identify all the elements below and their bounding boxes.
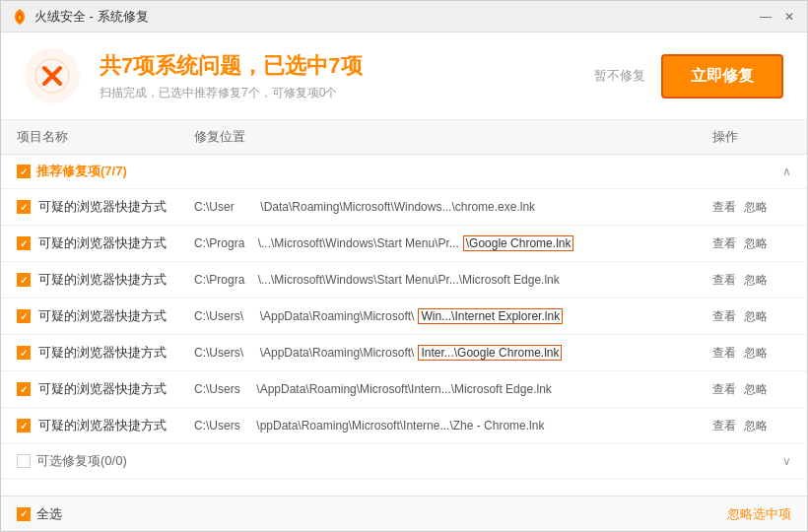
row-3-name: ✓ 可疑的浏览器快捷方式	[17, 271, 194, 289]
row-3-label: 可疑的浏览器快捷方式	[38, 271, 167, 289]
row-5-label: 可疑的浏览器快捷方式	[38, 344, 167, 362]
table-row: ✓ 可疑的浏览器快捷方式 C:\Progra \...\Microsoft\Wi…	[1, 226, 807, 262]
row-2-path: C:\Progra \...\Microsoft\Windows\Start M…	[194, 235, 712, 251]
row-3-checkbox[interactable]: ✓	[17, 273, 31, 287]
table-body: ✓ 推荐修复项(7/7) ∧ ✓ 可疑的浏览器快捷方式 C:\User \Dat…	[1, 155, 807, 496]
row-7-actions: 查看 忽略	[712, 418, 791, 434]
row-1-actions: 查看 忽略	[712, 199, 791, 216]
row-6-skip[interactable]: 忽略	[744, 381, 768, 398]
table-row: ✓ 可疑的浏览器快捷方式 C:\Progra \...\Microsoft\Wi…	[1, 262, 807, 299]
row-1-checkbox[interactable]: ✓	[17, 200, 31, 214]
title-suffix: 项	[341, 53, 363, 78]
row-4-path: C:\Users\ \AppData\Roaming\Microsoft\Win…	[194, 308, 712, 324]
row-2-skip[interactable]: 忽略	[744, 235, 768, 252]
header-subtitle: 扫描完成，已选中推荐修复7个，可修复项0个	[100, 85, 574, 101]
group-checkbox[interactable]: ✓	[17, 165, 31, 178]
row-4-view[interactable]: 查看	[712, 308, 736, 325]
col-path-header: 修复位置	[194, 128, 712, 146]
row-4-name: ✓ 可疑的浏览器快捷方式	[17, 307, 194, 325]
row-7-skip[interactable]: 忽略	[744, 418, 768, 434]
row-5-skip[interactable]: 忽略	[744, 345, 768, 362]
row-5-name: ✓ 可疑的浏览器快捷方式	[17, 344, 194, 362]
optional-group-expand-icon[interactable]: ∨	[782, 454, 791, 468]
optional-group-label: 可选修复项(0/0)	[36, 452, 127, 470]
table-row: ✓ 可疑的浏览器快捷方式 C:\User \Data\Roaming\Micro…	[1, 189, 807, 226]
select-all-label: 全选	[36, 505, 62, 523]
header: 共7项系统问题，已选中7项 扫描完成，已选中推荐修复7个，可修复项0个 暂不修复…	[1, 33, 807, 120]
ignore-selected-button[interactable]: 忽略选中项	[727, 505, 791, 523]
row-6-label: 可疑的浏览器快捷方式	[38, 380, 167, 398]
row-1-label: 可疑的浏览器快捷方式	[38, 198, 167, 216]
row-3-skip[interactable]: 忽略	[744, 272, 768, 289]
row-2-path-pre: C:\Progra \...\Microsoft\Windows\Start M…	[194, 236, 459, 250]
select-all-area[interactable]: ✓ 全选	[17, 505, 62, 523]
row-4-checkbox[interactable]: ✓	[17, 309, 31, 323]
row-3-actions: 查看 忽略	[712, 272, 791, 289]
row-5-checkbox[interactable]: ✓	[17, 346, 31, 360]
table-row: ✓ 可疑的浏览器快捷方式 C:\Users \AppData\Roaming\M…	[1, 371, 807, 408]
header-info: 共7项系统问题，已选中7项 扫描完成，已选中推荐修复7个，可修复项0个	[100, 51, 574, 101]
fix-button[interactable]: 立即修复	[661, 54, 783, 99]
window-controls: — ✕	[758, 9, 797, 25]
row-2-name: ✓ 可疑的浏览器快捷方式	[17, 234, 194, 252]
row-3-view[interactable]: 查看	[712, 272, 736, 289]
row-4-path-highlight: Win...\Internet Explorer.lnk	[418, 308, 563, 324]
row-7-name: ✓ 可疑的浏览器快捷方式	[17, 417, 194, 434]
col-name-header: 项目名称	[17, 128, 194, 146]
table-header: 项目名称 修复位置 操作	[1, 120, 807, 155]
title-bar: 火绒安全 - 系统修复 — ✕	[1, 1, 807, 33]
col-action-header: 操作	[712, 128, 791, 146]
title-mid: 项系统问题，已选中	[133, 53, 328, 78]
row-6-name: ✓ 可疑的浏览器快捷方式	[17, 380, 194, 398]
row-1-name: ✓ 可疑的浏览器快捷方式	[17, 198, 194, 216]
row-6-checkbox[interactable]: ✓	[17, 382, 31, 396]
row-7-path-pre: C:\Users \ppData\Roaming\Microsoft\Inter…	[194, 419, 544, 432]
recommended-group-header[interactable]: ✓ 推荐修复项(7/7) ∧	[1, 155, 807, 189]
row-5-actions: 查看 忽略	[712, 345, 791, 362]
skip-button[interactable]: 暂不修复	[594, 67, 645, 85]
row-6-actions: 查看 忽略	[712, 381, 791, 398]
header-actions: 暂不修复 立即修复	[594, 54, 783, 99]
group-collapse-icon[interactable]: ∧	[782, 165, 791, 178]
table-row: ✓ 可疑的浏览器快捷方式 C:\Users \ppData\Roaming\Mi…	[1, 408, 807, 444]
select-all-checkbox[interactable]: ✓	[17, 507, 31, 521]
main-window: 火绒安全 - 系统修复 — ✕ 共7项系统问题，已选中7项 扫描完成，已选中推荐…	[0, 0, 808, 532]
row-1-view[interactable]: 查看	[712, 199, 736, 216]
row-3-path-pre: C:\Progra \...\Microsoft\Windows\Start M…	[194, 273, 560, 287]
recommended-group-label: 推荐修复项(7/7)	[36, 163, 127, 180]
row-7-path: C:\Users \ppData\Roaming\Microsoft\Inter…	[194, 419, 712, 432]
table-row: ✓ 可疑的浏览器快捷方式 C:\Users\ \AppData\Roaming\…	[1, 335, 807, 371]
row-3-path: C:\Progra \...\Microsoft\Windows\Start M…	[194, 273, 712, 287]
row-7-label: 可疑的浏览器快捷方式	[38, 417, 167, 434]
row-2-checkbox[interactable]: ✓	[17, 236, 31, 250]
optional-group-header[interactable]: 可选修复项(0/0) ∨	[1, 444, 807, 479]
row-4-label: 可疑的浏览器快捷方式	[38, 307, 167, 325]
optional-group-checkbox[interactable]	[17, 454, 31, 468]
row-2-path-highlight: \Google Chrome.lnk	[463, 235, 574, 251]
row-6-view[interactable]: 查看	[712, 381, 736, 398]
row-7-view[interactable]: 查看	[712, 418, 736, 434]
row-4-skip[interactable]: 忽略	[744, 308, 768, 325]
window-title: 火绒安全 - 系统修复	[34, 8, 758, 26]
row-5-view[interactable]: 查看	[712, 345, 736, 362]
row-4-path-pre: C:\Users\ \AppData\Roaming\Microsoft\	[194, 309, 414, 323]
row-2-label: 可疑的浏览器快捷方式	[38, 234, 167, 252]
header-icon	[25, 48, 80, 103]
selected-count: 7	[328, 53, 340, 78]
total-count: 7	[121, 53, 133, 78]
row-1-path: C:\User \Data\Roaming\Microsoft\Windows.…	[194, 200, 712, 214]
header-title: 共7项系统问题，已选中7项	[100, 51, 574, 81]
row-1-skip[interactable]: 忽略	[744, 199, 768, 216]
bottom-bar: ✓ 全选 忽略选中项	[1, 496, 807, 531]
table-row: ✓ 可疑的浏览器快捷方式 C:\Users\ \AppData\Roaming\…	[1, 299, 807, 335]
close-button[interactable]: ✕	[781, 9, 797, 25]
table-container: 项目名称 修复位置 操作 ✓ 推荐修复项(7/7) ∧ ✓ 可疑的浏览器快捷方式…	[1, 120, 807, 496]
row-5-path-pre: C:\Users\ \AppData\Roaming\Microsoft\	[194, 346, 414, 360]
row-5-path: C:\Users\ \AppData\Roaming\Microsoft\Int…	[194, 345, 712, 361]
row-2-view[interactable]: 查看	[712, 235, 736, 252]
row-4-actions: 查看 忽略	[712, 308, 791, 325]
row-1-path-pre: C:\User \Data\Roaming\Microsoft\Windows.…	[194, 200, 535, 214]
row-7-checkbox[interactable]: ✓	[17, 419, 31, 432]
title-prefix: 共	[100, 53, 121, 78]
minimize-button[interactable]: —	[758, 9, 774, 25]
